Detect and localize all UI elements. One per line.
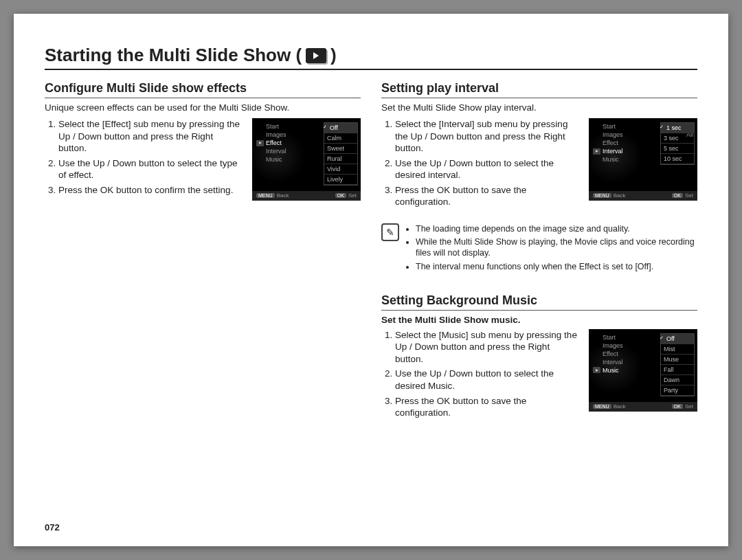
interval-steps: Select the [Interval] sub menu by pressi… — [381, 118, 581, 211]
list-item: The loading time depends on the image si… — [416, 223, 697, 234]
list-item: Select the [Music] sub menu by pressing … — [395, 329, 581, 366]
left-heading: Configure Multi Slide show effects — [45, 81, 361, 98]
list-item: Use the Up / Down button to select the d… — [395, 368, 581, 392]
list-item: Select the [Interval] sub menu by pressi… — [395, 118, 581, 155]
list-item: Use the Up / Down button to select the t… — [58, 157, 244, 181]
title-text: Starting the Multi Slide Show ( — [45, 45, 302, 66]
left-intro: Unique screen effects can be used for th… — [45, 102, 361, 113]
note-list: The loading time depends on the image si… — [406, 223, 697, 274]
list-item: The interval menu functions only when th… — [416, 261, 697, 272]
page-title: Starting the Multi Slide Show ( ) — [45, 45, 697, 70]
list-item: Press the OK button to save the configur… — [395, 395, 581, 419]
list-item: Press the OK button to save the configur… — [395, 184, 581, 208]
effect-menu-screenshot: StartImagesEffectIntervalMusicOffCalmSwe… — [252, 118, 361, 201]
right-column: Setting play interval Set the Multi Slid… — [381, 80, 697, 422]
manual-page: Starting the Multi Slide Show ( ) Config… — [14, 14, 728, 546]
music-intro: Set the Multi Slide Show music. — [381, 315, 697, 325]
note-block: ✎ The loading time depends on the image … — [381, 223, 697, 274]
title-close: ) — [330, 45, 337, 66]
interval-menu-screenshot: StartImagesAllEffectIntervalMusic1 sec3 … — [589, 118, 697, 201]
left-steps: Select the [Effect] sub menu by pressing… — [45, 118, 244, 199]
list-item: While the Multi Slide Show is playing, t… — [416, 236, 697, 259]
music-heading: Setting Background Music — [381, 293, 697, 311]
page-number: 072 — [45, 522, 60, 533]
note-icon: ✎ — [381, 223, 399, 241]
play-icon — [306, 48, 326, 63]
list-item: Use the Up / Down button to select the d… — [395, 157, 581, 181]
interval-intro: Set the Multi Slide Show play interval. — [381, 102, 697, 113]
left-column: Configure Multi Slide show effects Uniqu… — [45, 80, 361, 422]
music-section: Setting Background Music Set the Multi S… — [381, 293, 697, 422]
music-steps: Select the [Music] sub menu by pressing … — [381, 329, 581, 422]
list-item: Press the OK button to confirm the setti… — [58, 184, 244, 197]
music-menu-screenshot: StartImagesEffectIntervalMusicOffMistMus… — [589, 329, 697, 412]
list-item: Select the [Effect] sub menu by pressing… — [58, 118, 244, 155]
interval-heading: Setting play interval — [381, 81, 697, 98]
